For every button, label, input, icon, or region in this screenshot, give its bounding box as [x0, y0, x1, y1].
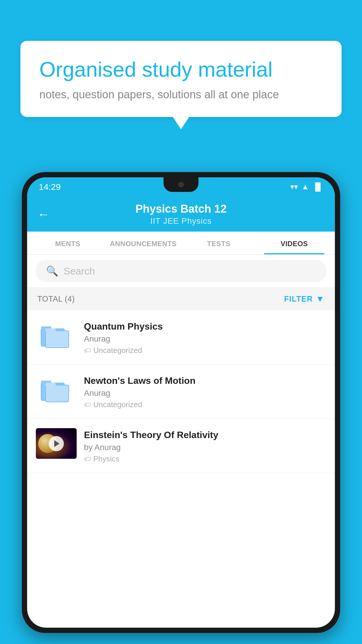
- tab-bar: MENTS ANNOUNCEMENTS TESTS VIDEOS: [27, 232, 335, 255]
- header-subtitle: IIT JEE Physics: [136, 216, 227, 226]
- hero-title: Organised study material: [39, 57, 323, 82]
- video-info-quantum: Quantum Physics Anurag 🏷 Uncategorized: [84, 320, 326, 355]
- status-time: 14:29: [39, 182, 61, 192]
- filter-button[interactable]: FILTER ▼: [284, 294, 325, 304]
- video-title: Quantum Physics: [84, 321, 326, 332]
- video-tag: 🏷 Uncategorized: [84, 400, 326, 409]
- header-title: Physics Batch 12: [136, 203, 227, 215]
- video-author: Anurag: [84, 388, 326, 398]
- video-tag: 🏷 Physics: [84, 454, 326, 463]
- folder-icon-newton: [36, 374, 77, 405]
- search-container: 🔍 Search: [27, 255, 335, 288]
- folder-icon-quantum: [36, 320, 77, 350]
- search-bar[interactable]: 🔍 Search: [36, 260, 326, 282]
- phone-body: 14:29 ▾▾ ▲ ▐▌ ← Physics Batch 12 IIT JEE…: [22, 172, 340, 633]
- tag-icon: 🏷: [84, 455, 91, 463]
- phone-mockup: 14:29 ▾▾ ▲ ▐▌ ← Physics Batch 12 IIT JEE…: [22, 172, 340, 644]
- svg-rect-2: [45, 331, 69, 348]
- play-button[interactable]: [49, 436, 64, 451]
- svg-rect-7: [45, 383, 56, 386]
- play-triangle-icon: [54, 440, 59, 447]
- app-header: ← Physics Batch 12 IIT JEE Physics: [27, 196, 335, 232]
- filter-row: TOTAL (4) FILTER ▼: [27, 288, 335, 310]
- camera-dot: [178, 182, 184, 187]
- video-author: by Anurag: [84, 443, 326, 452]
- video-info-newton: Newton's Laws of Motion Anurag 🏷 Uncateg…: [84, 374, 326, 409]
- back-button[interactable]: ←: [37, 207, 50, 221]
- signal-icon: ▲: [301, 182, 309, 191]
- status-bar: 14:29 ▾▾ ▲ ▐▌: [27, 177, 335, 196]
- tag-icon: 🏷: [84, 346, 91, 355]
- filter-funnel-icon: ▼: [316, 294, 325, 304]
- battery-icon: ▐▌: [312, 182, 323, 191]
- phone-screen: 14:29 ▾▾ ▲ ▐▌ ← Physics Batch 12 IIT JEE…: [27, 177, 335, 628]
- video-title: Einstein's Theory Of Relativity: [84, 430, 326, 440]
- tab-videos[interactable]: VIDEOS: [256, 232, 332, 254]
- status-icons: ▾▾ ▲ ▐▌: [290, 182, 323, 191]
- svg-rect-3: [45, 328, 56, 332]
- total-count: TOTAL (4): [37, 295, 75, 304]
- video-tag: 🏷 Uncategorized: [84, 346, 326, 355]
- video-list: Quantum Physics Anurag 🏷 Uncategorized: [27, 310, 335, 473]
- search-icon: 🔍: [46, 265, 58, 277]
- svg-rect-6: [45, 385, 69, 402]
- search-placeholder: Search: [64, 265, 95, 277]
- tab-announcements[interactable]: ANNOUNCEMENTS: [106, 232, 181, 254]
- list-item[interactable]: Newton's Laws of Motion Anurag 🏷 Uncateg…: [27, 365, 335, 419]
- header-text: Physics Batch 12 IIT JEE Physics: [136, 203, 227, 226]
- video-info-einstein: Einstein's Theory Of Relativity by Anura…: [84, 428, 326, 463]
- tab-ments[interactable]: MENTS: [30, 232, 106, 254]
- wifi-icon: ▾▾: [290, 182, 298, 191]
- list-item[interactable]: Einstein's Theory Of Relativity by Anura…: [27, 419, 335, 473]
- tab-tests[interactable]: TESTS: [181, 232, 256, 254]
- tag-icon: 🏷: [84, 401, 91, 409]
- video-author: Anurag: [84, 334, 326, 344]
- list-item[interactable]: Quantum Physics Anurag 🏷 Uncategorized: [27, 310, 335, 365]
- notch: [164, 177, 198, 192]
- hero-section: Organised study material notes, question…: [20, 41, 342, 117]
- video-title: Newton's Laws of Motion: [84, 375, 326, 386]
- speech-bubble: Organised study material notes, question…: [20, 41, 342, 117]
- filter-label: FILTER: [284, 295, 313, 304]
- hero-subtitle: notes, question papers, solutions all at…: [39, 88, 323, 101]
- video-thumbnail-einstein[interactable]: [36, 428, 77, 459]
